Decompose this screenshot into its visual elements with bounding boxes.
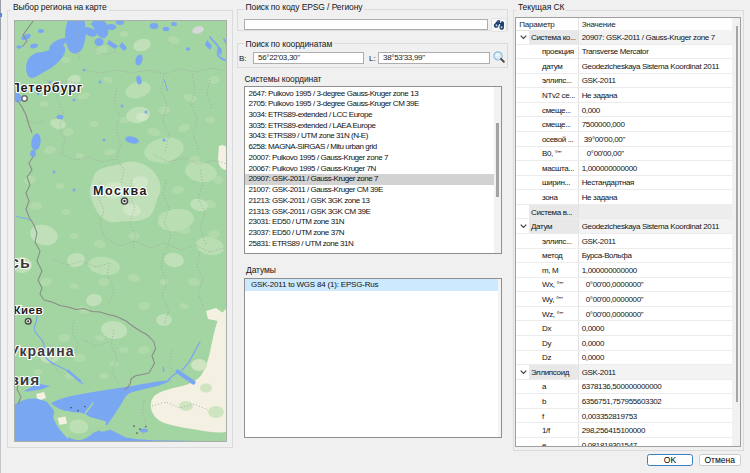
- svg-text:вия: вия: [14, 371, 40, 388]
- svg-text:Москва: Москва: [93, 184, 148, 198]
- svg-text:Петербург: Петербург: [14, 80, 83, 95]
- svg-text:Киев: Киев: [14, 304, 43, 316]
- svg-text:Украина: Украина: [14, 343, 75, 359]
- svg-text:сь: сь: [14, 254, 31, 271]
